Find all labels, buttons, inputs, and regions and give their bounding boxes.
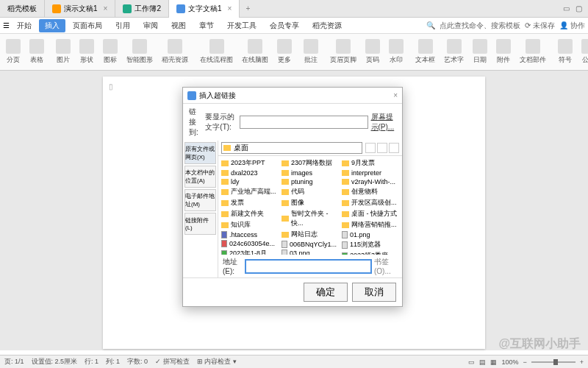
- screentip-button[interactable]: 屏幕提示(P)...: [371, 112, 396, 132]
- nav-attachment[interactable]: 链接附件(L): [184, 213, 216, 235]
- status-page[interactable]: 页: 1/1: [4, 357, 24, 367]
- ribbon-header[interactable]: 页眉页脚: [327, 39, 359, 65]
- view-outline-icon[interactable]: ▤: [479, 358, 486, 366]
- ribbon-pagebreak[interactable]: 分页: [3, 39, 24, 65]
- bookmark-button[interactable]: 书签(O)...: [374, 257, 398, 275]
- ribbon-symbol[interactable]: 符号: [555, 39, 576, 65]
- file-item[interactable]: 创意物料: [340, 186, 401, 197]
- nav-existing-file[interactable]: 原有文件或网页(X): [184, 142, 216, 164]
- tab-presentation[interactable]: 演示文稿1×: [45, 0, 115, 18]
- menu-review[interactable]: 审阅: [137, 19, 164, 32]
- menu-resources[interactable]: 稻壳资源: [306, 19, 348, 32]
- ribbon-mindmap[interactable]: 在线脑图: [239, 39, 271, 65]
- file-item[interactable]: 03.png: [280, 249, 340, 255]
- back-icon[interactable]: [377, 143, 387, 153]
- ribbon-icons[interactable]: 图标: [100, 39, 121, 65]
- search-placeholder[interactable]: 点此查找命令、搜索模板: [440, 21, 520, 31]
- menu-insert[interactable]: 插入: [39, 19, 65, 32]
- file-item[interactable]: 9月发票: [340, 158, 401, 169]
- file-item[interactable]: 新建文件夹: [220, 208, 280, 219]
- ribbon-date[interactable]: 日期: [470, 39, 490, 65]
- file-item[interactable]: 图像: [280, 197, 340, 208]
- status-content[interactable]: ⊞ 内容检查 ▾: [197, 357, 237, 367]
- ribbon-smartart[interactable]: 智能图形: [123, 39, 156, 65]
- file-item[interactable]: 006BNqYCly1...: [280, 240, 340, 249]
- zoom-slider[interactable]: [531, 361, 576, 363]
- ribbon-watermark[interactable]: 水印: [386, 39, 406, 65]
- file-item[interactable]: 开发区高级创...: [340, 197, 401, 208]
- menu-references[interactable]: 引用: [110, 19, 136, 32]
- ribbon-picture[interactable]: 图片: [53, 39, 74, 65]
- file-item[interactable]: .htaccess: [220, 230, 280, 239]
- ribbon-attachment[interactable]: 附件: [493, 39, 514, 65]
- collab-button[interactable]: 👤 协作: [559, 21, 585, 31]
- file-item[interactable]: 桌面 - 快捷方式: [340, 208, 401, 219]
- ribbon-comment[interactable]: 批注: [301, 39, 321, 65]
- new-tab-button[interactable]: +: [240, 4, 256, 13]
- zoom-out-icon[interactable]: −: [523, 358, 526, 366]
- tab-document[interactable]: 文字文稿1×: [169, 0, 240, 18]
- ribbon-equation[interactable]: 公式: [578, 39, 588, 65]
- ribbon-wordart[interactable]: 艺术字: [441, 39, 467, 65]
- cancel-button[interactable]: 取消: [352, 283, 396, 302]
- menu-view[interactable]: 视图: [165, 19, 192, 32]
- menu-layout[interactable]: 页面布局: [67, 19, 108, 32]
- file-item[interactable]: 01.png: [340, 230, 401, 239]
- menu-vip[interactable]: 会员专享: [264, 19, 305, 32]
- close-icon[interactable]: ×: [104, 4, 108, 13]
- file-item[interactable]: 2023年PPT: [220, 158, 280, 169]
- display-text-input[interactable]: [240, 116, 368, 129]
- ribbon-textbox[interactable]: 文本框: [412, 39, 438, 65]
- tab-workbook[interactable]: 工作簿2: [115, 0, 169, 18]
- menu-chapter[interactable]: 章节: [193, 19, 220, 32]
- window-max-icon[interactable]: ▢: [576, 4, 582, 13]
- file-item[interactable]: 网站日志: [280, 229, 340, 240]
- file-item[interactable]: interpreter: [340, 169, 401, 177]
- nav-email[interactable]: 电子邮件地址(M): [184, 189, 216, 211]
- window-min-icon[interactable]: ▭: [563, 4, 570, 13]
- file-item[interactable]: 115浏览器: [340, 239, 401, 250]
- view-icon[interactable]: [389, 143, 399, 153]
- menu-start[interactable]: 开始: [11, 19, 37, 32]
- status-chars[interactable]: 字数: 0: [127, 357, 148, 367]
- file-item[interactable]: 发票: [220, 197, 280, 208]
- ribbon-shapes[interactable]: 形状: [76, 39, 97, 65]
- file-item[interactable]: ptuning: [280, 177, 340, 186]
- ribbon-flowchart[interactable]: 在线流程图: [197, 39, 236, 65]
- search-icon[interactable]: 🔍: [426, 21, 435, 29]
- file-item[interactable]: dxal2023: [220, 169, 280, 177]
- unsaved-indicator[interactable]: ⟳ 未保存: [525, 21, 555, 31]
- file-list[interactable]: 2023年PPTdxal2023ldy产业地产高端...发票新建文件夹知识库.h…: [218, 156, 402, 255]
- ribbon-more[interactable]: 更多: [274, 39, 295, 65]
- zoom-value[interactable]: 100%: [501, 358, 518, 366]
- menu-dev[interactable]: 开发工具: [221, 19, 262, 32]
- file-item[interactable]: 2307网络数据: [280, 158, 340, 169]
- view-web-icon[interactable]: ▦: [490, 358, 497, 366]
- dialog-titlebar[interactable]: 插入超链接 ×: [183, 88, 402, 104]
- file-item[interactable]: 代码: [280, 186, 340, 197]
- file-item[interactable]: 产业地产高端...: [220, 186, 280, 197]
- file-item[interactable]: 2023第3季度...: [340, 250, 401, 255]
- up-folder-icon[interactable]: [365, 143, 376, 153]
- ribbon-table[interactable]: 表格: [26, 39, 47, 65]
- file-item[interactable]: 智时文件夹 - 快...: [280, 208, 340, 229]
- file-item[interactable]: images: [280, 169, 340, 177]
- file-item[interactable]: 知识库: [220, 219, 280, 230]
- ribbon-resources[interactable]: 稻壳资源: [159, 39, 191, 65]
- file-item[interactable]: 网络营销销推...: [340, 219, 401, 230]
- app-menu-icon[interactable]: ☰: [3, 21, 10, 29]
- view-print-icon[interactable]: ▭: [468, 358, 475, 366]
- ribbon-pagenum[interactable]: 页码: [362, 39, 383, 65]
- zoom-in-icon[interactable]: +: [580, 358, 584, 366]
- ribbon-docparts[interactable]: 文档部件: [517, 39, 549, 65]
- nav-this-doc[interactable]: 本文档中的位置(A): [184, 166, 216, 188]
- close-icon[interactable]: ×: [228, 4, 232, 13]
- path-dropdown[interactable]: 桌面: [221, 142, 362, 154]
- status-spell[interactable]: ✓ 拼写检查: [155, 357, 190, 367]
- file-item[interactable]: 024c603054e...: [220, 239, 280, 248]
- file-item[interactable]: 2023年1-8月...: [220, 248, 280, 255]
- tab-template[interactable]: 稻壳模板: [0, 0, 45, 18]
- address-input[interactable]: [245, 260, 371, 273]
- file-item[interactable]: v2rayN-With-...: [340, 177, 401, 186]
- ok-button[interactable]: 确定: [304, 283, 348, 302]
